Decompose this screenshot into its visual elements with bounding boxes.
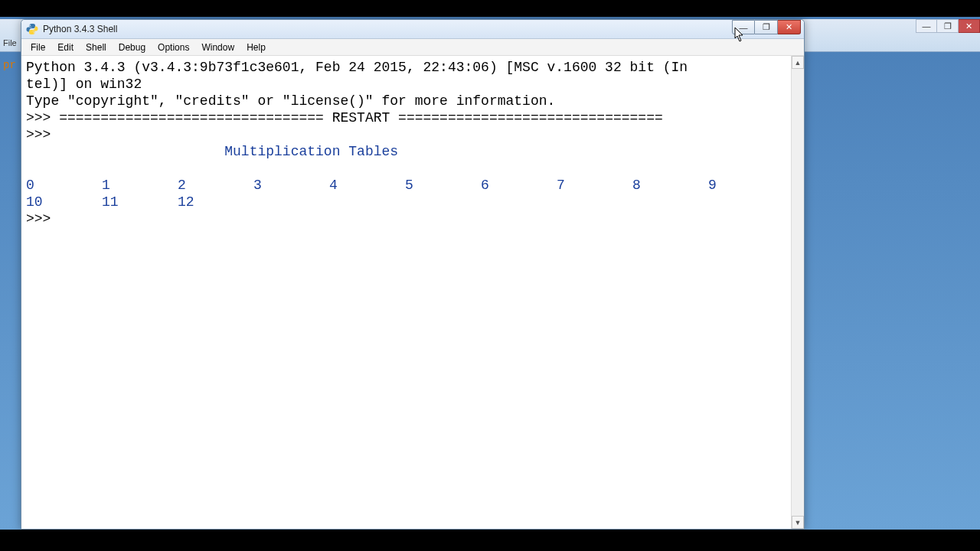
bg-minimize-button[interactable]: — [916,19,937,33]
prompt-1: >>> [26,110,59,126]
maximize-button[interactable]: ❐ [755,20,778,34]
window-title: Python 3.4.3 Shell [43,24,117,34]
bg-close-button[interactable]: ✕ [959,19,980,33]
bg-maximize-button[interactable]: ❐ [937,19,959,33]
menu-window[interactable]: Window [195,41,240,54]
heading-pad [26,144,224,159]
restart-line: ================================ RESTART… [59,110,663,126]
menu-options[interactable]: Options [152,41,195,54]
shell-output[interactable]: Python 3.4.3 (v3.4.3:9b73f1c3e601, Feb 2… [21,56,791,529]
titlebar[interactable]: Python 3.4.3 Shell — ❐ ✕ [21,20,804,39]
menubar: File Edit Shell Debug Options Window Hel… [21,39,804,56]
program-heading: Multiplication Tables [224,144,398,159]
menu-help[interactable]: Help [240,41,272,54]
menu-edit[interactable]: Edit [51,41,80,54]
prompt-2: >>> [26,127,59,142]
scroll-down-button[interactable]: ▼ [792,516,804,529]
banner-line-3: Type "copyright", "credits" or "license(… [26,93,555,109]
banner-line-2: tel)] on win32 [26,77,142,92]
banner-line-1: Python 3.4.3 (v3.4.3:9b73f1c3e601, Feb 2… [26,60,688,75]
prompt-3: >>> [26,211,59,227]
minimize-button[interactable]: — [732,20,755,34]
python-icon [26,23,38,35]
python-shell-window: Python 3.4.3 Shell — ❐ ✕ File Edit Shell… [21,19,805,530]
menu-shell[interactable]: Shell [80,41,113,54]
close-button[interactable]: ✕ [778,20,801,34]
menu-debug[interactable]: Debug [113,41,152,54]
background-window-controls: — ❐ ✕ [916,19,980,33]
scroll-track[interactable] [792,69,804,516]
table-row-1: 0123456789 [26,178,784,193]
menu-file[interactable]: File [24,41,51,54]
vertical-scrollbar[interactable]: ▲ ▼ [791,56,804,529]
scroll-up-button[interactable]: ▲ [792,56,804,69]
table-row-2: 101112 [26,194,253,210]
background-window-menu: File [0,38,21,55]
